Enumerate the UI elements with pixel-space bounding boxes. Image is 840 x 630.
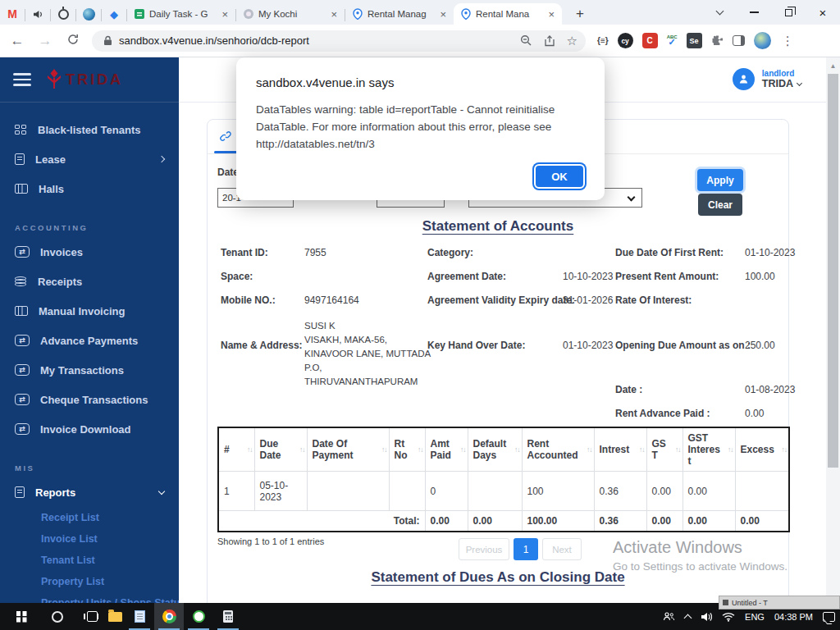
close-tab-icon[interactable]: × [331,9,337,20]
column-header[interactable]: Rt No↑↓ [389,427,425,472]
action-center-icon[interactable] [823,612,835,622]
hamburger-menu-icon[interactable] [13,79,31,80]
sidebar-item-advance-payments[interactable]: ⇄ Advance Payments [0,326,179,355]
volume-pinned-tab[interactable] [25,4,50,24]
detail-value: 7955 [304,247,326,258]
tab-my-kochi[interactable]: My Kochi × [236,3,345,25]
apply-button[interactable]: Apply [697,169,743,191]
page-scrollbar[interactable]: ▲ [826,57,840,603]
user-menu[interactable]: landlord TRIDA [733,68,801,90]
scroll-up-arrow[interactable]: ▲ [826,57,840,70]
logo-pinned-tab[interactable] [76,4,101,24]
extension-red-icon[interactable]: C [642,33,658,48]
wifi-icon[interactable] [722,612,735,622]
diamond-pinned-tab[interactable]: ◆ [102,4,126,24]
sidebar-item-invoices[interactable]: ⇄ Invoices [0,237,179,267]
tab-daily-task[interactable]: Daily Task - G × [127,3,235,25]
column-header[interactable]: Default Days↑↓ [468,427,522,472]
column-header[interactable]: #↑↓ [218,427,254,472]
calculator-button[interactable] [213,603,243,630]
previous-page-button[interactable]: Previous [459,538,509,560]
sidebar-subitem-property-units-status[interactable]: Property Units / Shops Status Report [0,592,179,603]
close-tab-icon[interactable]: × [221,9,228,20]
report-tab[interactable] [219,130,232,146]
start-button[interactable] [7,603,36,630]
close-window-button[interactable]: × [806,0,840,25]
tab-rental-manager-1[interactable]: Rental Manag × [345,3,454,25]
close-tab-icon[interactable]: × [548,9,555,20]
chrome-button[interactable] [154,603,184,630]
profile-avatar[interactable] [754,32,771,49]
sidebar-subitem-tenant-list[interactable]: Tenant List [0,550,179,571]
scrollbar-thumb[interactable] [828,74,838,468]
volume-tray-icon[interactable] [701,612,712,622]
reload-button[interactable] [62,33,84,49]
sidebar-subitem-invoice-list[interactable]: Invoice List [0,528,179,550]
close-tab-icon[interactable]: × [440,9,446,20]
show-hidden-icons-chevron[interactable] [684,614,692,623]
sidebar-item-lease[interactable]: Lease [0,144,179,174]
people-icon[interactable] [663,612,675,621]
column-header[interactable]: Rent Accounted↑↓ [522,427,594,472]
total-cell: 0.36 [594,511,646,532]
notepad-button[interactable] [125,603,154,630]
back-button[interactable]: ← [7,33,28,49]
columns-icon [15,306,28,316]
column-header[interactable]: GST↑↓ [646,427,682,472]
forward-button[interactable]: → [34,33,56,49]
timer-icon [58,9,69,20]
background-window-fragment[interactable]: Untitled - T [719,596,840,609]
tab-rental-manager-active[interactable]: Rental Mana × [454,3,562,25]
minimize-button[interactable] [737,0,771,25]
extensions-puzzle-icon[interactable] [711,34,724,47]
extension-spellcheck-icon[interactable]: ABC ✓ [667,34,678,47]
new-tab-button[interactable]: + [568,3,591,25]
language-indicator[interactable]: ENG [745,612,765,622]
column-header[interactable]: Excess↑↓ [735,427,789,472]
sidebar-item-cheque-transactions[interactable]: ⇄ Cheque Transactions [0,385,179,414]
sidebar-item-my-transactions[interactable]: ⇄ My Transactions [0,355,179,385]
sidebar-item-reports[interactable]: Reports [0,477,179,507]
tab-search-button[interactable] [702,0,737,25]
report-table: #↑↓ Due Date↑↓ Date Of Payment↑↓ Rt No↑↓… [217,427,790,532]
sidebar-item-invoice-download[interactable]: ⇄ Invoice Download [0,414,179,444]
sidebar-subitem-receipt-list[interactable]: Receipt List [0,507,179,528]
dialog-message: DataTables warning: table id=reportTable… [256,101,587,153]
column-header[interactable]: Due Date↑↓ [254,427,307,472]
sidebar-item-manual-invoicing[interactable]: Manual Invoicing [0,296,179,326]
extension-selenium-icon[interactable]: Se [687,33,702,48]
green-app-button[interactable] [184,603,213,630]
browser-menu-icon[interactable]: ⋮ [782,34,794,48]
cortana-button[interactable] [43,603,72,630]
brand-logo[interactable]: TRIDA [46,69,123,90]
zoom-button[interactable] [520,34,532,47]
gmail-pinned-tab[interactable]: M [0,4,25,24]
table-cell: 05-10-2023 [254,472,307,511]
sidebar-item-blacklisted-tenants[interactable]: Black-listed Tenants [0,115,179,144]
url-text[interactable]: sandbox.v4venue.in/senhorio/dcb-report [119,34,509,47]
extension-braces-icon[interactable]: {≡} [597,36,609,45]
share-button[interactable] [544,35,555,47]
sidebar-item-receipts[interactable]: Receipts [0,267,179,296]
clear-button[interactable]: Clear [698,194,742,216]
column-header[interactable]: GST Interest↑↓ [682,427,735,472]
column-header[interactable]: Amt Paid↑↓ [425,427,468,472]
sheets-favicon [135,9,144,19]
next-page-button[interactable]: Next [542,538,582,560]
page-1-button[interactable]: 1 [514,538,538,560]
address-bar[interactable]: sandbox.v4venue.in/senhorio/dcb-report ☆ [92,30,586,52]
restore-button[interactable] [771,0,806,25]
column-header[interactable]: Date Of Payment↑↓ [307,427,389,472]
clock[interactable]: 04:38 PM [774,612,813,622]
extension-cy-icon[interactable]: cy [618,33,633,48]
side-panel-icon[interactable] [733,35,745,46]
ok-button[interactable]: OK [534,164,585,189]
sidebar-item-halls[interactable]: Halls [0,174,179,203]
timer-pinned-tab[interactable] [51,4,75,24]
sort-icon: ↑↓ [639,445,645,454]
sidebar-subitem-property-list[interactable]: Property List [0,571,179,592]
bookmark-star-icon[interactable]: ☆ [567,34,578,48]
notepad-icon [135,610,145,623]
table-cell: 100 [522,472,594,511]
column-header[interactable]: Intrest↑↓ [594,427,646,472]
